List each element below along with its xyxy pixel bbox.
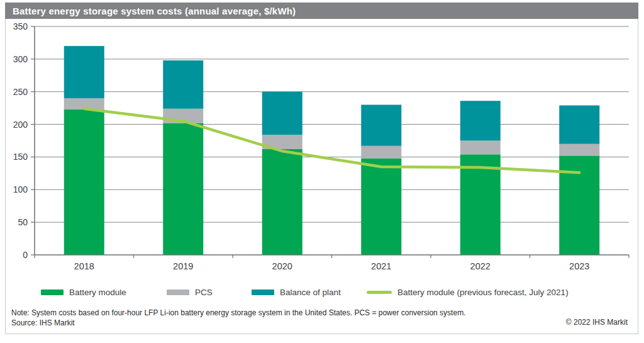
bar-segment [262, 149, 303, 255]
legend-item: Balance of plant [252, 283, 341, 301]
bar-segment [163, 123, 203, 255]
y-tick-label: 150 [13, 152, 28, 162]
y-tick-label: 0 [23, 250, 28, 260]
bar-segment [262, 92, 303, 135]
chart-page: Battery energy storage system costs (ann… [0, 0, 644, 343]
bar-segment [361, 104, 401, 145]
bar-segment [163, 60, 203, 109]
chart-svg: 0501001502002503003502018201920202021202… [5, 20, 638, 279]
x-tick-label: 2020 [272, 261, 292, 271]
legend-label: Battery module (previous forecast, July … [397, 288, 569, 297]
x-tick-label: 2021 [371, 261, 391, 271]
bar-segment [559, 105, 599, 143]
legend-item: Battery module [41, 283, 126, 301]
legend-label: Battery module [69, 288, 126, 297]
bar-segment [559, 144, 599, 156]
y-tick-label: 350 [13, 21, 28, 31]
y-tick-label: 300 [13, 54, 28, 64]
copyright-text: © 2022 IHS Markit [566, 318, 628, 327]
legend-label: Balance of plant [280, 288, 341, 297]
y-tick-label: 100 [13, 184, 28, 194]
footnote: Note: System costs based on four-hour LF… [11, 308, 546, 328]
x-tick-label: 2023 [569, 261, 589, 271]
legend-label: PCS [195, 288, 213, 297]
chart-area: 0501001502002503003502018201920202021202… [5, 20, 638, 279]
y-tick-label: 200 [13, 120, 28, 130]
bar-segment [361, 159, 401, 255]
page-title: Battery energy storage system costs (ann… [5, 6, 296, 16]
forecast-line [84, 109, 580, 173]
bar-segment [64, 110, 104, 255]
bar-segment [361, 146, 401, 159]
title-bar: Battery energy storage system costs (ann… [5, 3, 638, 19]
bar-segment [460, 141, 501, 155]
x-tick-label: 2019 [173, 261, 193, 271]
source-text: Source: IHS Markit [11, 318, 546, 328]
legend: Battery modulePCSBalance of plantBattery… [5, 283, 638, 301]
x-tick-label: 2022 [470, 261, 491, 271]
note-text: Note: System costs based on four-hour LF… [11, 308, 546, 318]
bar-segment [460, 101, 501, 140]
legend-item: Battery module (previous forecast, July … [367, 283, 569, 301]
legend-color-swatch [167, 290, 189, 295]
x-tick-label: 2018 [74, 261, 94, 271]
legend-line-swatch [367, 291, 392, 294]
legend-item: PCS [167, 283, 213, 301]
y-tick-label: 50 [18, 217, 28, 227]
legend-color-swatch [41, 290, 64, 295]
y-tick-label: 250 [13, 87, 28, 97]
bar-segment [64, 46, 104, 98]
legend-color-swatch [252, 290, 274, 295]
